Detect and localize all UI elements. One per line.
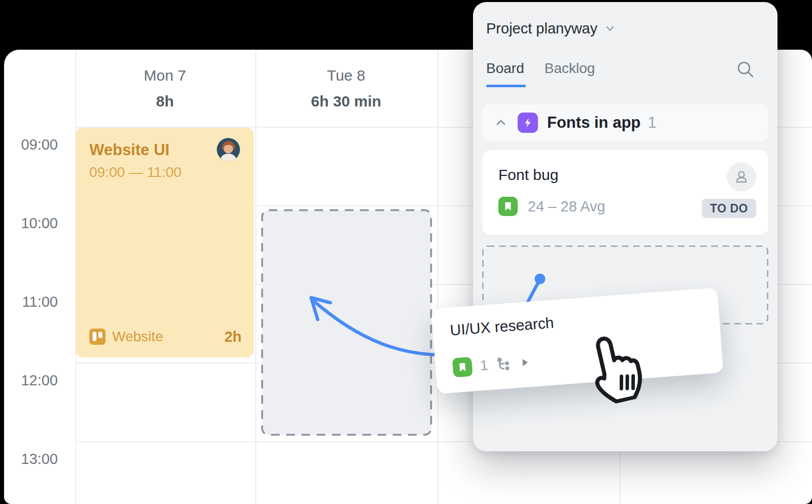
event-duration: 2h <box>224 329 242 345</box>
assignee-button[interactable] <box>727 162 756 192</box>
user-icon <box>733 169 750 185</box>
list-section-header[interactable]: Fonts in app 1 <box>482 104 768 141</box>
task-card-font-bug[interactable]: Font bug 24 – 28 Avg TO DO <box>482 150 768 235</box>
subtasks-count: 1 <box>480 357 489 374</box>
time-label: 09:00 <box>4 136 58 153</box>
section-title: Fonts in app <box>547 114 640 132</box>
event-time-range: 09:00 — 11:00 <box>89 164 182 181</box>
bookmark-icon <box>452 357 473 378</box>
project-selector[interactable]: Project planyway <box>486 18 616 39</box>
day-total-hours: 8h <box>89 93 241 110</box>
calendar-drop-zone[interactable] <box>261 209 432 436</box>
subtasks-icon <box>495 355 513 373</box>
search-icon[interactable] <box>736 60 755 79</box>
time-label: 12:00 <box>4 372 58 388</box>
tab-board[interactable]: Board <box>486 53 524 87</box>
event-footer: Website 2h <box>89 328 242 345</box>
expand-triangle-icon[interactable] <box>520 356 530 368</box>
chevron-up-icon[interactable] <box>494 116 507 129</box>
event-title: Website UI <box>89 141 170 159</box>
time-label: 11:00 <box>4 294 58 310</box>
bookmark-icon <box>498 197 518 216</box>
chevron-down-icon <box>604 23 616 34</box>
day-header-monday: Mon 7 8h <box>89 67 241 110</box>
grid-vline <box>255 50 256 504</box>
status-badge: TO DO <box>702 199 756 218</box>
day-name: Mon 7 <box>89 67 241 84</box>
section-count: 1 <box>648 114 656 132</box>
day-name: Tue 8 <box>270 67 422 84</box>
drag-card-title: UI/UX research <box>450 314 555 339</box>
day-total-hours: 6h 30 min <box>270 93 422 110</box>
project-title: Project planyway <box>486 18 597 39</box>
task-meta: 24 – 28 Avg <box>498 197 605 216</box>
time-label: 10:00 <box>4 215 58 231</box>
day-header-tuesday: Tue 8 6h 30 min <box>270 67 422 110</box>
panel-tabs: Board Backlog <box>486 53 595 87</box>
bolt-icon <box>518 113 538 133</box>
grid-vline <box>437 50 438 504</box>
time-label: 13:00 <box>4 451 58 467</box>
tab-backlog[interactable]: Backlog <box>545 53 595 87</box>
drag-card-meta: 1 <box>452 352 530 377</box>
event-board-label: Website <box>112 329 224 345</box>
avatar <box>217 138 240 161</box>
task-title: Font bug <box>498 166 558 184</box>
calendar-event-website-ui[interactable]: Website UI 09:00 — 11:00 Website 2h <box>76 128 254 357</box>
task-dates: 24 – 28 Avg <box>528 198 605 215</box>
board-icon <box>89 329 106 345</box>
